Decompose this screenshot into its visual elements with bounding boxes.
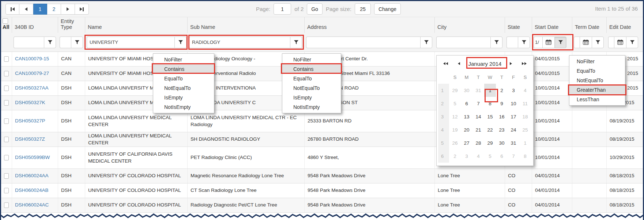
menu-item-isempty[interactable]: IsEmpty <box>153 93 214 102</box>
row-checkbox[interactable] <box>4 71 9 76</box>
row-id-link[interactable]: DSH060024AB <box>15 187 49 194</box>
calendar-day[interactable]: 23 <box>496 123 508 136</box>
calendar-day[interactable]: 21 <box>472 123 484 136</box>
filter-funnel-button-start-date[interactable] <box>554 37 566 48</box>
filter-funnel-button-sub-name[interactable] <box>290 37 302 48</box>
row-id-link[interactable]: DSH050327K <box>15 99 45 106</box>
menu-item-lessthan[interactable]: LessThan <box>569 95 625 104</box>
calendar-day[interactable]: 30 <box>461 84 472 97</box>
row-checkbox[interactable] <box>4 137 9 142</box>
menu-item-nofilter[interactable]: NoFilter <box>153 55 214 64</box>
page-number-input[interactable] <box>274 3 291 15</box>
calendar-day[interactable]: 3 <box>508 84 519 97</box>
page-2-button[interactable]: 2 <box>47 4 61 15</box>
menu-item-equalto[interactable]: EqualTo <box>282 74 341 83</box>
filter-input-340b-id[interactable] <box>14 37 44 48</box>
calendar-day[interactable]: 29 <box>449 84 461 97</box>
calendar-day[interactable]: 16 <box>496 110 508 123</box>
row-checkbox[interactable] <box>4 202 9 208</box>
calendar-day[interactable]: 17 <box>508 110 519 123</box>
menu-item-notequalto[interactable]: NotEqualTo <box>569 76 625 85</box>
menu-item-contains[interactable]: Contains <box>153 64 214 74</box>
row-id-link[interactable]: DSH060024AA <box>15 172 49 179</box>
filter-funnel-button-name[interactable] <box>174 37 187 48</box>
calendar-button-start-date[interactable] <box>542 37 554 48</box>
calendar-day[interactable]: 24 <box>508 123 519 136</box>
row-id-link[interactable]: DSH050327AA <box>15 85 49 91</box>
next-year-button[interactable] <box>520 61 528 67</box>
calendar-day[interactable]: 2 <box>449 149 461 163</box>
menu-item-notequalto[interactable]: NotEqualTo <box>282 83 341 93</box>
calendar-day[interactable]: 1 <box>519 136 531 149</box>
row-checkbox[interactable] <box>4 100 9 106</box>
filter-input-address[interactable] <box>306 37 420 48</box>
filter-input-name[interactable] <box>87 37 174 48</box>
filter-input-term-date[interactable] <box>574 37 580 48</box>
calendar-button-term-date[interactable] <box>580 37 592 48</box>
row-checkbox[interactable] <box>4 173 9 179</box>
filter-input-state[interactable] <box>506 37 518 48</box>
filter-input-edit-date[interactable] <box>608 37 614 48</box>
filter-input-city[interactable] <box>436 37 490 48</box>
page-1-button[interactable]: 1 <box>33 4 47 15</box>
calendar-day[interactable]: 6 <box>496 149 508 163</box>
menu-item-nofilter[interactable]: NoFilter <box>569 57 625 66</box>
select-all-checkbox[interactable] <box>3 18 8 24</box>
row-checkbox[interactable] <box>4 56 9 62</box>
menu-item-contains[interactable]: Contains <box>282 64 341 74</box>
menu-item-nofilter[interactable]: NoFilter <box>282 55 341 64</box>
calendar-day[interactable]: 9 <box>496 97 508 110</box>
last-page-button[interactable] <box>75 4 89 15</box>
row-checkbox[interactable] <box>4 188 9 193</box>
filter-input-start-date[interactable] <box>534 37 542 48</box>
menu-item-notisempty[interactable]: NotIsEmpty <box>153 102 214 112</box>
menu-item-notisempty[interactable]: NotIsEmpty <box>282 102 341 112</box>
row-id-link[interactable]: CAN100079-15 <box>15 56 49 62</box>
calendar-day[interactable]: 31 <box>508 136 519 149</box>
calendar-day[interactable]: 27 <box>461 136 472 149</box>
row-id-link[interactable]: DSH050327Z <box>15 136 45 143</box>
calendar-day[interactable]: 29 <box>484 136 496 149</box>
go-button[interactable]: Go <box>307 3 323 15</box>
calendar-day[interactable]: 7 <box>508 149 519 163</box>
calendar-day[interactable]: 6 <box>461 97 472 110</box>
calendar-day[interactable]: 14 <box>472 110 484 123</box>
calendar-day[interactable]: 5 <box>449 97 461 110</box>
calendar-day[interactable]: 30 <box>496 136 508 149</box>
prev-year-button[interactable] <box>442 61 449 67</box>
calendar-day[interactable]: 2 <box>496 84 508 97</box>
calendar-day[interactable]: 4 <box>472 149 484 163</box>
menu-item-isempty[interactable]: IsEmpty <box>282 93 341 102</box>
row-checkbox[interactable] <box>4 118 9 124</box>
calendar-day[interactable]: 8 <box>519 149 531 163</box>
row-id-link[interactable]: DSH050327P <box>15 118 45 124</box>
filter-funnel-button-state[interactable] <box>518 37 530 48</box>
row-checkbox[interactable] <box>4 86 9 91</box>
calendar-day[interactable]: 8 <box>484 97 496 110</box>
filter-input-sub-name[interactable] <box>189 37 290 48</box>
prev-month-button[interactable] <box>456 61 462 67</box>
calendar-day[interactable]: 12 <box>449 110 461 123</box>
calendar-day[interactable]: 11 <box>519 97 531 110</box>
row-id-link[interactable]: DSH060024AC <box>15 202 49 208</box>
menu-item-notequalto[interactable]: NotEqualTo <box>153 83 214 93</box>
menu-item-equalto[interactable]: EqualTo <box>153 74 214 83</box>
filter-funnel-button-address[interactable] <box>420 37 432 48</box>
next-month-button[interactable] <box>508 61 513 67</box>
row-id-link[interactable]: CAN100079-27 <box>15 70 49 77</box>
filter-funnel-button-term-date[interactable] <box>592 37 604 48</box>
page-size-input[interactable] <box>355 3 371 15</box>
menu-item-greaterthan[interactable]: GreaterThan <box>569 85 625 95</box>
menu-item-equalto[interactable]: EqualTo <box>569 66 625 76</box>
prev-page-button[interactable] <box>19 4 33 15</box>
calendar-day[interactable]: 22 <box>484 123 496 136</box>
calendar-day[interactable]: 3 <box>461 149 472 163</box>
calendar-day[interactable]: 28 <box>472 136 484 149</box>
filter-input-entity-type[interactable] <box>60 37 71 48</box>
calendar-day[interactable]: 1 <box>484 84 496 97</box>
calendar-day[interactable]: 19 <box>449 123 461 136</box>
calendar-day[interactable]: 4 <box>519 84 531 97</box>
calendar-day[interactable]: 7 <box>472 97 484 110</box>
calendar-day[interactable]: 20 <box>461 123 472 136</box>
calendar-day[interactable]: 15 <box>484 110 496 123</box>
